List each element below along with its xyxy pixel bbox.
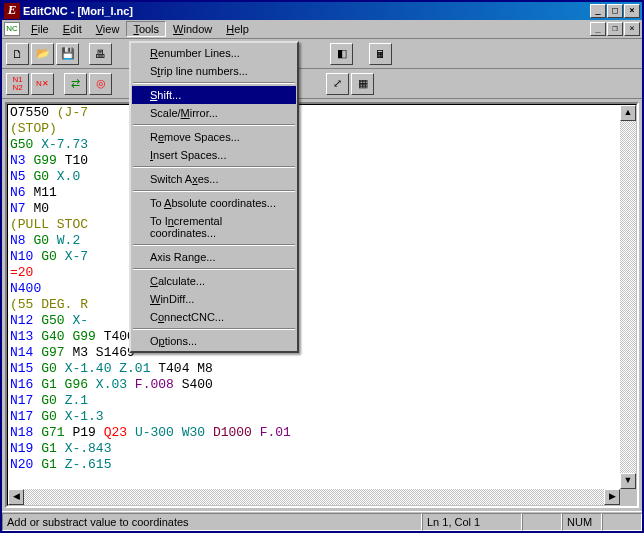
menu-separator	[133, 190, 295, 192]
editor-area: O7550 (J-7(STOP)G50 X-7.73N3 G99 T10N5 G…	[2, 99, 642, 511]
status-spare1	[522, 513, 562, 531]
print-button[interactable]: 🖶	[89, 43, 112, 65]
status-num: NUM	[562, 513, 602, 531]
code-editor[interactable]: O7550 (J-7(STOP)G50 X-7.73N3 G99 T10N5 G…	[8, 105, 636, 473]
titlebar[interactable]: E EditCNC - [Mori_I.nc] _ □ ×	[2, 2, 642, 20]
status-position: Ln 1, Col 1	[422, 513, 522, 531]
menu-calculate[interactable]: Calculate...Calculate...	[132, 272, 296, 290]
vertical-scrollbar[interactable]: ▲ ▼	[620, 105, 636, 489]
close-button[interactable]: ×	[624, 4, 640, 18]
menu-connectcnc[interactable]: ConnectCNC...ConnectCNC...	[132, 308, 296, 326]
menu-tools[interactable]: ToolsTools	[126, 21, 166, 37]
tool-btn-a[interactable]: ◧	[330, 43, 353, 65]
menu-separator	[133, 328, 295, 330]
scroll-up-button[interactable]: ▲	[620, 105, 636, 121]
menu-edit[interactable]: EditEdit	[56, 21, 89, 37]
menu-separator	[133, 166, 295, 168]
mdi-close-button[interactable]: ×	[624, 22, 640, 36]
menu-switch-axes[interactable]: Switch Axes...Switch Axes...	[132, 170, 296, 188]
menu-separator	[133, 244, 295, 246]
menu-file[interactable]: FFileile	[24, 21, 56, 37]
app-icon: E	[4, 3, 20, 19]
menu-separator	[133, 82, 295, 84]
menu-separator	[133, 124, 295, 126]
menu-scale-mirror[interactable]: Scale/Mirror...Scale/Mirror...	[132, 104, 296, 122]
menu-to-absolute[interactable]: To Absolute coordinates...To Absolute co…	[132, 194, 296, 212]
scroll-track-h[interactable]	[24, 489, 604, 505]
menu-help[interactable]: HelpHelp	[219, 21, 256, 37]
statusbar: Add or substract value to coordinates Ln…	[2, 511, 642, 531]
scale-button[interactable]: ◎	[89, 73, 112, 95]
open-button[interactable]: 📂	[31, 43, 54, 65]
menu-shift[interactable]: Shift...Shift...	[132, 86, 296, 104]
menu-strip-line-numbers[interactable]: Strip line numbers...Strip line numbers.…	[132, 62, 296, 80]
minimize-button[interactable]: _	[590, 4, 606, 18]
scroll-down-button[interactable]: ▼	[620, 473, 636, 489]
calculator-button[interactable]: 🖩	[369, 43, 392, 65]
window-frame: E EditCNC - [Mori_I.nc] _ □ × NC FFileil…	[0, 0, 644, 533]
renumber-button[interactable]: N1N2	[6, 73, 29, 95]
new-button[interactable]: 🗋	[6, 43, 29, 65]
menu-options[interactable]: Options...Options...	[132, 332, 296, 350]
window-controls: _ □ ×	[589, 4, 640, 18]
scroll-track-v[interactable]	[620, 121, 636, 473]
menu-separator	[133, 268, 295, 270]
horizontal-scrollbar[interactable]: ◀ ▶	[8, 489, 620, 505]
menu-to-incremental[interactable]: To Incremental coordinates...To Incremen…	[132, 212, 296, 242]
axes-button[interactable]: ⤢	[326, 73, 349, 95]
toolbar-main: 🗋 📂 💾 🖶 ◧ 🖩	[2, 39, 642, 69]
status-spare2	[602, 513, 642, 531]
menu-insert-spaces[interactable]: Insert Spaces...Insert Spaces...	[132, 146, 296, 164]
scroll-corner	[620, 489, 636, 505]
menu-view[interactable]: ViewView	[89, 21, 127, 37]
menu-window[interactable]: WindowWindow	[166, 21, 219, 37]
strip-button[interactable]: N✕	[31, 73, 54, 95]
editor-frame: O7550 (J-7(STOP)G50 X-7.73N3 G99 T10N5 G…	[5, 102, 639, 508]
menubar: NC FFileile EditEdit ViewView ToolsTools…	[2, 20, 642, 39]
tools-dropdown: Renumber Lines...Renumber Lines... Strip…	[129, 41, 299, 353]
menu-axis-range[interactable]: Axis Range...Axis Range...	[132, 248, 296, 266]
save-button[interactable]: 💾	[56, 43, 79, 65]
menu-windiff[interactable]: WinDiff...WinDiff...	[132, 290, 296, 308]
window-title: EditCNC - [Mori_I.nc]	[23, 5, 133, 17]
mdi-minimize-button[interactable]: _	[590, 22, 606, 36]
scroll-left-button[interactable]: ◀	[8, 489, 24, 505]
mdi-doc-icon[interactable]: NC	[4, 22, 20, 36]
coords-button[interactable]: ▦	[351, 73, 374, 95]
shift-button[interactable]: ⇄	[64, 73, 87, 95]
toolbar-secondary: N1N2 N✕ ⇄ ◎ ⤢ ▦	[2, 69, 642, 99]
maximize-button[interactable]: □	[607, 4, 623, 18]
status-hint: Add or substract value to coordinates	[2, 513, 422, 531]
scroll-right-button[interactable]: ▶	[604, 489, 620, 505]
menu-remove-spaces[interactable]: Remove Spaces...Remove Spaces...	[132, 128, 296, 146]
mdi-restore-button[interactable]: ❐	[607, 22, 623, 36]
menu-renumber-lines[interactable]: Renumber Lines...Renumber Lines...	[132, 44, 296, 62]
